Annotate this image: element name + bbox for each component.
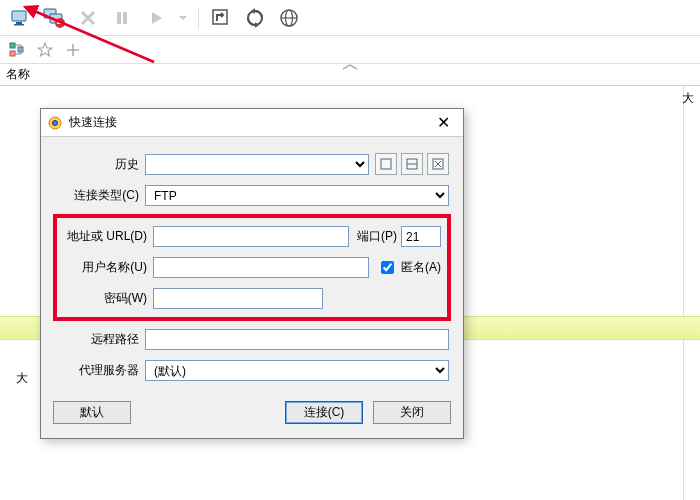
svg-rect-9 [213, 10, 227, 24]
disconnect-icon[interactable] [40, 4, 68, 32]
default-button[interactable]: 默认 [53, 401, 131, 424]
remotepath-label: 远程路径 [55, 331, 145, 348]
proxy-label: 代理服务器 [55, 362, 145, 379]
dialog-footer: 默认 连接(C) 关闭 [41, 395, 463, 438]
dialog-title: 快速连接 [69, 114, 423, 131]
anonymous-label: 匿名(A) [401, 259, 441, 276]
svg-rect-1 [16, 22, 22, 24]
svg-rect-13 [10, 43, 15, 48]
password-input[interactable] [153, 288, 323, 309]
password-label: 密码(W) [63, 290, 153, 307]
svg-rect-7 [117, 12, 121, 24]
sub-toolbar [0, 36, 700, 64]
history-btn-3[interactable] [427, 153, 449, 175]
play-icon [142, 4, 170, 32]
star-icon[interactable] [34, 39, 56, 61]
svg-rect-15 [18, 47, 23, 52]
size-label: 大 [16, 370, 28, 387]
port-label: 端口(P) [349, 228, 401, 245]
pause-icon [108, 4, 136, 32]
quick-connect-dialog: 快速连接 ✕ 历史 连接类型(C) FTP 地址或 URL(D) 端口(P) [40, 108, 464, 439]
history-label: 历史 [55, 156, 145, 173]
dialog-icon [47, 115, 63, 131]
history-btn-1[interactable] [375, 153, 397, 175]
svg-rect-19 [381, 159, 391, 169]
connect-button[interactable]: 连接(C) [285, 401, 363, 424]
conntype-select[interactable]: FTP [145, 185, 449, 206]
history-btn-2[interactable] [401, 153, 423, 175]
globe-icon[interactable] [275, 4, 303, 32]
row-history: 历史 [55, 153, 449, 175]
main-toolbar [0, 0, 700, 36]
history-select[interactable] [145, 154, 369, 175]
row-proxy: 代理服务器 (默认) [55, 360, 449, 381]
highlight-box: 地址或 URL(D) 端口(P) 用户名称(U) 匿名(A) 密码(W) [53, 214, 451, 321]
row-address: 地址或 URL(D) 端口(P) [63, 226, 441, 247]
row-conntype: 连接类型(C) FTP [55, 185, 449, 206]
anonymous-checkbox[interactable]: 匿名(A) [377, 258, 441, 277]
svg-rect-14 [10, 51, 15, 56]
refresh-icon[interactable] [207, 4, 235, 32]
port-input[interactable] [401, 226, 441, 247]
right-pane [684, 86, 700, 500]
dialog-body: 历史 连接类型(C) FTP 地址或 URL(D) 端口(P) 用户名称(U) [41, 137, 463, 395]
svg-point-18 [53, 120, 58, 125]
toolbar-separator [198, 7, 199, 29]
cancel-icon [74, 4, 102, 32]
close-icon[interactable]: ✕ [429, 113, 457, 132]
row-password: 密码(W) [63, 288, 441, 309]
plus-icon[interactable] [62, 39, 84, 61]
anonymous-check-input[interactable] [381, 261, 394, 274]
row-username: 用户名称(U) 匿名(A) [63, 257, 441, 278]
chevron-up-icon[interactable] [330, 63, 370, 71]
play-dropdown-icon [176, 4, 190, 32]
proxy-select[interactable]: (默认) [145, 360, 449, 381]
sync-icon[interactable] [241, 4, 269, 32]
username-label: 用户名称(U) [63, 259, 153, 276]
tree-icon[interactable] [6, 39, 28, 61]
column-size-right: 大 [682, 90, 694, 107]
conntype-label: 连接类型(C) [55, 187, 145, 204]
address-label: 地址或 URL(D) [63, 228, 153, 245]
svg-rect-2 [14, 24, 24, 26]
connect-icon[interactable] [6, 4, 34, 32]
svg-rect-8 [123, 12, 127, 24]
row-remotepath: 远程路径 [55, 329, 449, 350]
dialog-titlebar: 快速连接 ✕ [41, 109, 463, 137]
username-input[interactable] [153, 257, 369, 278]
svg-rect-0 [12, 11, 26, 21]
remotepath-input[interactable] [145, 329, 449, 350]
close-button[interactable]: 关闭 [373, 401, 451, 424]
column-header: 名称 [0, 64, 700, 86]
svg-rect-6 [57, 22, 63, 24]
address-input[interactable] [153, 226, 349, 247]
